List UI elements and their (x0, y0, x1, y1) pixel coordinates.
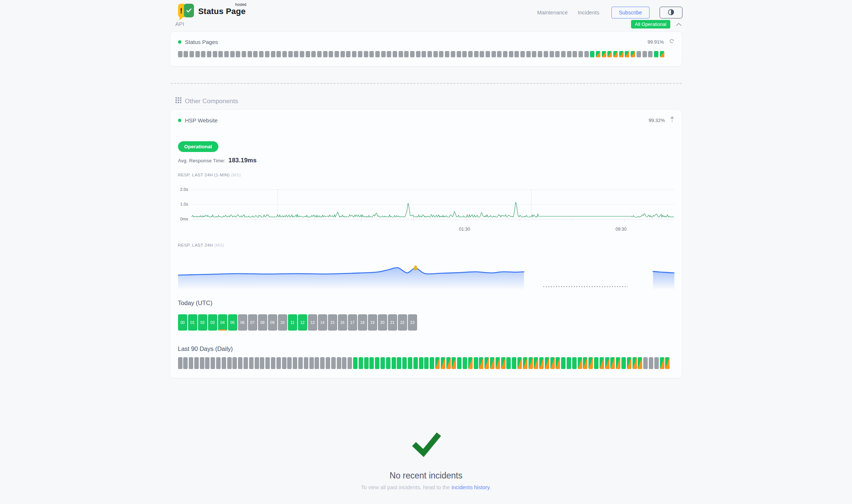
day-bar[interactable] (457, 357, 462, 369)
uptime-bar[interactable] (573, 51, 577, 57)
uptime-bar[interactable] (369, 51, 374, 57)
day-bar[interactable] (572, 357, 577, 369)
nav-maintenance[interactable]: Maintenance (537, 10, 568, 16)
collapse-arrow-icon[interactable] (670, 116, 674, 124)
uptime-bar[interactable] (544, 51, 548, 57)
day-bar[interactable] (359, 357, 363, 369)
uptime-bar[interactable] (341, 51, 345, 57)
hour-block[interactable]: 16 (338, 314, 347, 331)
day-bar[interactable] (419, 357, 423, 369)
uptime-bar[interactable] (509, 51, 513, 57)
day-bar[interactable] (211, 357, 215, 369)
day-bar[interactable] (643, 357, 648, 369)
day-bar[interactable] (326, 357, 330, 369)
hour-block[interactable]: 04 (218, 314, 227, 331)
day-bar[interactable] (255, 357, 259, 369)
uptime-bar[interactable] (503, 51, 507, 57)
day-bar[interactable] (610, 357, 615, 369)
uptime-bar[interactable] (422, 51, 426, 57)
uptime-bar[interactable] (381, 51, 386, 57)
day-bar[interactable] (474, 357, 478, 369)
uptime-bar[interactable] (619, 51, 624, 57)
uptime-bar[interactable] (520, 51, 525, 57)
uptime-bar[interactable] (486, 51, 490, 57)
uptime-bar[interactable] (468, 51, 473, 57)
day-bar[interactable] (183, 357, 188, 369)
day-bar[interactable] (627, 357, 631, 369)
uptime-bar[interactable] (253, 51, 258, 57)
hour-block[interactable]: 12 (298, 314, 307, 331)
day-bar[interactable] (583, 357, 587, 369)
uptime-bar[interactable] (178, 51, 182, 57)
response-time-area-chart[interactable] (178, 255, 674, 290)
uptime-bar[interactable] (201, 51, 205, 57)
uptime-bar[interactable] (195, 51, 200, 57)
day-bar[interactable] (665, 357, 670, 369)
day-bar[interactable] (561, 357, 566, 369)
day-bar[interactable] (413, 357, 418, 369)
hour-block[interactable]: 00 (178, 314, 187, 331)
day-bar[interactable] (222, 357, 226, 369)
day-bar[interactable] (446, 357, 451, 369)
day-bar[interactable] (287, 357, 292, 369)
day-bar[interactable] (408, 357, 412, 369)
day-bar[interactable] (605, 357, 610, 369)
day-bar[interactable] (380, 357, 385, 369)
day-bar[interactable] (539, 357, 544, 369)
uptime-bar[interactable] (364, 51, 368, 57)
uptime-bar[interactable] (451, 51, 455, 57)
day-bar[interactable] (529, 357, 533, 369)
day-bar[interactable] (320, 357, 325, 369)
day-bar[interactable] (616, 357, 620, 369)
uptime-bar[interactable] (248, 51, 252, 57)
day-bar[interactable] (315, 357, 319, 369)
hour-block[interactable]: 22 (398, 314, 407, 331)
uptime-bar[interactable] (538, 51, 542, 57)
hour-block[interactable]: 02 (198, 314, 207, 331)
uptime-bar[interactable] (643, 51, 647, 57)
day-bar[interactable] (567, 357, 571, 369)
hour-block[interactable]: 07 (248, 314, 257, 331)
uptime-bar[interactable] (416, 51, 420, 57)
day-bar[interactable] (479, 357, 483, 369)
day-bar[interactable] (260, 357, 264, 369)
incidents-history-link[interactable]: incidents history (452, 484, 490, 490)
day-bar[interactable] (523, 357, 527, 369)
uptime-bar[interactable] (271, 51, 275, 57)
uptime-bar[interactable] (602, 51, 606, 57)
uptime-bar[interactable] (399, 51, 403, 57)
uptime-bar[interactable] (584, 51, 589, 57)
uptime-bar[interactable] (311, 51, 316, 57)
day-bar[interactable] (484, 357, 489, 369)
day-bar[interactable] (189, 357, 193, 369)
day-bar[interactable] (430, 357, 434, 369)
nav-incidents[interactable]: Incidents (578, 10, 599, 16)
day-bar[interactable] (424, 357, 429, 369)
chevron-up-icon[interactable] (676, 21, 682, 28)
hour-block[interactable]: 08 (258, 314, 267, 331)
uptime-bar[interactable] (218, 51, 223, 57)
hour-block[interactable]: 23 (408, 314, 417, 331)
day-bar[interactable] (578, 357, 582, 369)
day-bar[interactable] (238, 357, 242, 369)
day-bar[interactable] (331, 357, 336, 369)
uptime-bar[interactable] (654, 51, 658, 57)
uptime-bar[interactable] (648, 51, 653, 57)
day-bar[interactable] (550, 357, 555, 369)
uptime-bar[interactable] (224, 51, 229, 57)
hour-block[interactable]: 14 (318, 314, 327, 331)
day-bar[interactable] (441, 357, 445, 369)
uptime-bar[interactable] (230, 51, 235, 57)
uptime-bar[interactable] (387, 51, 391, 57)
day-bar[interactable] (512, 357, 516, 369)
uptime-bar[interactable] (259, 51, 264, 57)
uptime-bar[interactable] (288, 51, 293, 57)
uptime-bar[interactable] (578, 51, 583, 57)
day-bar[interactable] (244, 357, 248, 369)
uptime-bar[interactable] (474, 51, 479, 57)
uptime-bar[interactable] (631, 51, 635, 57)
uptime-bar[interactable] (393, 51, 397, 57)
day-bar[interactable] (501, 357, 506, 369)
day-bar[interactable] (298, 357, 303, 369)
uptime-bar[interactable] (242, 51, 246, 57)
